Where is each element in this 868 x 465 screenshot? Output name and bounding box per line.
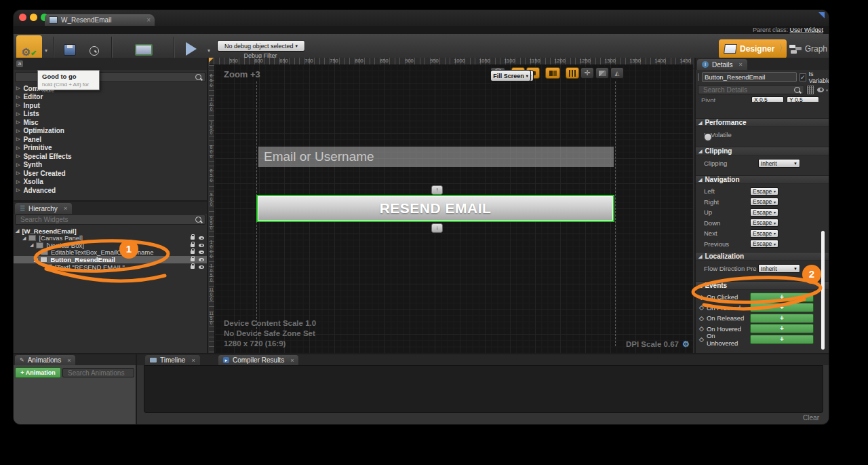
details-tab[interactable]: i Details × — [697, 59, 747, 70]
section-localization[interactable]: ◢Localization — [696, 252, 829, 261]
timeline-tab[interactable]: Timeline × — [145, 355, 200, 365]
details-tab-close-icon[interactable]: × — [739, 61, 743, 68]
play-options-caret-icon[interactable]: ▾ — [208, 48, 210, 54]
pivot-x-field[interactable]: X 0.5 — [751, 96, 784, 103]
expander-icon[interactable]: ▷ — [16, 187, 20, 193]
view-options-caret-icon[interactable]: ▾ — [826, 88, 828, 92]
nav-next-dropdown[interactable]: Escape▾ — [750, 229, 778, 238]
asset-tab[interactable]: W_ResendEmail × — [45, 14, 155, 26]
palette-category-editor[interactable]: ▷Editor — [14, 93, 207, 102]
transform-mode-button[interactable]: ✛ — [580, 67, 594, 79]
expander-icon[interactable]: ◢ — [34, 257, 37, 263]
expander-icon[interactable]: ▷ — [16, 153, 20, 159]
tree-item-button-resendemail-selected[interactable]: ◢ Button_ResendEmail — [14, 256, 207, 263]
details-scrollbar[interactable] — [821, 231, 825, 350]
nav-right-dropdown[interactable]: Escape▾ — [750, 198, 778, 206]
expander-icon[interactable]: ▷ — [16, 86, 20, 91]
flow-direction-dropdown[interactable]: Inherit▼ — [758, 264, 800, 273]
tree-item-canvas-panel[interactable]: ◢ [Canvas Panel] — [14, 235, 207, 242]
respect-locks-button[interactable] — [545, 67, 560, 79]
dpi-settings-gear-icon[interactable]: ⚙ — [682, 339, 690, 349]
clipping-dropdown[interactable]: Inherit▼ — [758, 159, 800, 168]
onpressed-add-button[interactable]: + — [750, 303, 814, 312]
animations-tab[interactable]: ✎ Animations × — [15, 355, 75, 365]
palette-category-misc[interactable]: ▷Misc — [14, 118, 207, 127]
expander-icon[interactable]: ▷ — [16, 119, 20, 125]
visibility-icon[interactable] — [199, 250, 204, 254]
tree-item-text[interactable]: T [Text] "RESEND EMAIL" — [14, 263, 207, 271]
animations-search[interactable] — [62, 368, 134, 377]
onhovered-add-button[interactable]: + — [750, 324, 814, 333]
palette-category-input[interactable]: ▷Input — [14, 101, 207, 110]
palette-category-panel[interactable]: ▷Panel — [14, 135, 207, 144]
visibility-icon[interactable] — [199, 265, 204, 269]
details-search-input[interactable] — [702, 86, 794, 94]
asset-tab-close-icon[interactable]: × — [146, 16, 151, 24]
expander-icon[interactable]: ▷ — [16, 94, 20, 100]
visibility-icon[interactable] — [199, 236, 204, 240]
lock-icon[interactable] — [191, 250, 195, 254]
expander-icon[interactable]: ▷ — [16, 111, 20, 117]
lock-icon[interactable] — [191, 236, 195, 240]
is-variable-checkbox[interactable]: ✓ — [800, 73, 806, 81]
designer-mode-button[interactable]: Designer — [719, 39, 787, 58]
tree-item-root[interactable]: ◢ [W_ResendEmail] — [14, 227, 207, 235]
compiler-results-tab[interactable]: ▸ Compiler Results × — [218, 355, 298, 365]
onunhovered-add-button[interactable]: + — [750, 335, 814, 344]
minimize-window-button[interactable] — [30, 14, 37, 21]
palette-category-user-created[interactable]: ▷User Created — [14, 169, 207, 178]
section-clipping[interactable]: ◢Clipping — [696, 147, 829, 155]
palette-category-synth[interactable]: ▷Synth — [14, 161, 207, 170]
onclicked-add-button[interactable]: + — [750, 293, 814, 302]
timeline-tab-close-icon[interactable]: × — [191, 357, 195, 364]
expander-icon[interactable]: ▷ — [16, 128, 20, 134]
grid-snap-button[interactable] — [566, 67, 579, 79]
preview-background-button[interactable] — [595, 67, 609, 79]
widget-name-input[interactable] — [702, 72, 797, 82]
section-performance[interactable]: ◢Performance — [696, 118, 829, 127]
tree-item-vertical-box[interactable]: ◢ [Vertical Box] — [14, 242, 207, 249]
expander-icon[interactable]: ▷ — [16, 136, 20, 142]
expander-icon[interactable]: ▷ — [16, 162, 20, 168]
expander-icon[interactable]: ◢ — [22, 236, 26, 241]
resize-handle-down-icon[interactable]: ↓ — [431, 223, 443, 233]
nav-up-dropdown[interactable]: Escape▾ — [750, 208, 778, 217]
nav-left-dropdown[interactable]: Escape▾ — [750, 187, 778, 196]
visibility-icon[interactable] — [199, 244, 204, 247]
hierarchy-tab[interactable]: ☰ Hierarchy × — [15, 203, 72, 214]
expander-icon[interactable]: ▷ — [16, 170, 20, 176]
pivot-y-field[interactable]: Y 0.5 — [787, 96, 819, 103]
animations-tab-close-icon[interactable]: × — [67, 357, 71, 364]
hierarchy-search[interactable] — [15, 215, 205, 225]
palette-category-xsolla[interactable]: ▷Xsolla — [14, 178, 207, 187]
lock-icon[interactable] — [191, 258, 195, 261]
is-volatile-checkbox[interactable] — [704, 133, 712, 141]
section-navigation[interactable]: ◢Navigation — [696, 175, 829, 184]
palette-category-lists[interactable]: ▷Lists — [14, 110, 207, 119]
palette-category-optimization[interactable]: ▷Optimization — [14, 127, 207, 136]
expander-icon[interactable]: ▷ — [16, 179, 20, 185]
debug-object-dropdown[interactable]: No debug object selected▾ — [217, 40, 305, 52]
expander-icon[interactable]: ▷ — [16, 145, 20, 151]
nav-previous-dropdown[interactable]: Escape▾ — [750, 240, 778, 248]
nav-down-dropdown[interactable]: Escape▾ — [750, 219, 778, 227]
lock-icon[interactable] — [191, 244, 195, 247]
compiler-results-log[interactable] — [144, 365, 823, 413]
compile-options-caret-icon[interactable]: ▾ — [45, 48, 47, 54]
designer-canvas[interactable]: Zoom +3 Email or Username RESEND EMAIL ↑… — [209, 58, 693, 353]
compiler-results-tab-close-icon[interactable]: × — [290, 357, 294, 364]
palette-category-special-effects[interactable]: ▷Special Effects — [14, 152, 207, 161]
button-widget-selected[interactable]: RESEND EMAIL — [256, 195, 614, 222]
add-animation-button[interactable]: + Animation — [15, 367, 61, 378]
view-options-eye-icon[interactable] — [817, 88, 824, 92]
clear-button[interactable]: Clear — [803, 414, 819, 422]
resize-handle-up-icon[interactable]: ↑ — [431, 185, 443, 195]
details-search[interactable] — [698, 85, 804, 94]
editabletextbox-widget[interactable]: Email or Username — [258, 147, 614, 167]
expander-icon[interactable]: ◢ — [16, 228, 19, 234]
expander-icon[interactable]: ◢ — [30, 242, 33, 248]
section-events[interactable]: ◢Events — [696, 281, 829, 290]
hierarchy-tab-close-icon[interactable]: × — [64, 205, 67, 212]
fill-screen-dropdown[interactable]: Fill Screen▾ — [490, 70, 531, 81]
display-filter-grid-icon[interactable] — [806, 85, 815, 95]
